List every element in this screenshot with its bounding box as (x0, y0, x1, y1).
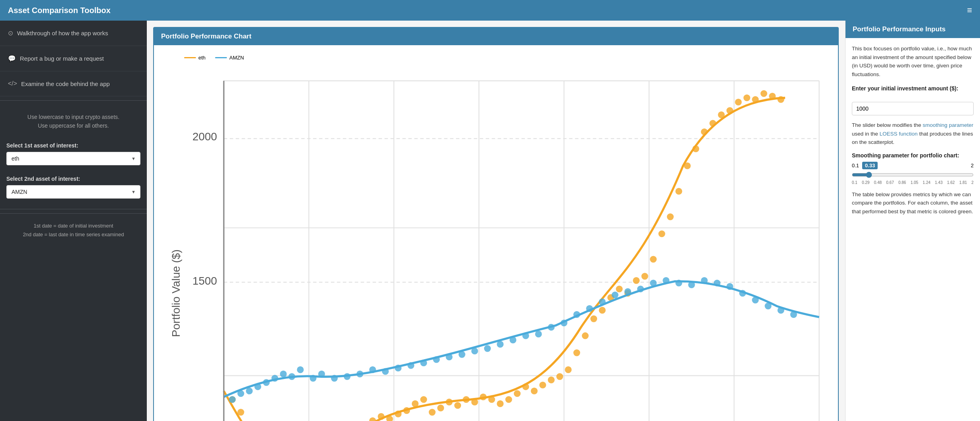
svg-text:1000: 1000 (192, 419, 217, 421)
asset2-section: Select 2nd asset of interest: AMZN AAPL … (0, 172, 147, 205)
slider-min-label: 0.1 (852, 163, 859, 168)
svg-point-107 (484, 345, 491, 352)
app-header: Asset Comparison Toolbox ≡ (0, 0, 980, 21)
svg-point-58 (565, 366, 572, 373)
svg-point-117 (612, 291, 619, 298)
sidebar-divider (0, 100, 147, 101)
legend-amzn-label: AMZN (229, 55, 244, 61)
footer-line1: 1st date = date of initial investment (8, 222, 139, 230)
table-description: The table below provides metrics by whic… (852, 190, 974, 216)
investment-input[interactable] (852, 102, 974, 115)
investment-label: Enter your initial investment amount ($)… (852, 84, 974, 93)
slider-section: Smoothing parameter for portfolio chart:… (852, 152, 974, 185)
slider-ticks: 0.10.290.480.670.861.051.241.431.621.812 (852, 180, 974, 185)
svg-point-78 (735, 99, 742, 105)
right-panel-title: Portfolio Performance Inputs (845, 21, 980, 38)
portfolio-description: This box focuses on portfolio value, i.e… (852, 44, 974, 78)
asset1-select-wrapper: eth btc AAPL GOOG (6, 152, 140, 165)
svg-point-81 (761, 90, 767, 97)
sidebar-divider-2 (0, 209, 147, 209)
hamburger-icon[interactable]: ≡ (967, 5, 972, 15)
svg-point-66 (633, 277, 640, 284)
chart-legend: eth AMZN (160, 52, 832, 64)
legend-eth-label: eth (198, 55, 206, 61)
svg-text:1500: 1500 (192, 275, 217, 287)
info-text-1: Use lowercase to input crypto assets. (8, 113, 139, 121)
code-icon: </> (8, 80, 17, 87)
svg-point-60 (582, 332, 589, 339)
chart-area: Portfolio Performance Chart eth AMZN (147, 21, 845, 421)
smoothing-label: Smoothing parameter for portfolio chart: (852, 152, 974, 159)
sidebar-item-examine-code-label: Examine the code behind the app (21, 80, 110, 87)
chart-svg-wrapper: Portfolio Value ($) (160, 64, 832, 421)
svg-point-84 (229, 396, 236, 403)
svg-point-50 (497, 400, 503, 407)
slider-current-value: 0.33 (862, 162, 878, 169)
asset2-label: Select 2nd asset of interest: (6, 176, 140, 182)
svg-point-54 (531, 388, 538, 394)
chart-body: eth AMZN Portfolio Value ($) (154, 45, 838, 421)
smoothing-slider[interactable] (852, 172, 974, 178)
footer-line2: 2nd date = last date in time series exam… (8, 230, 139, 239)
svg-point-41 (420, 396, 427, 403)
svg-point-79 (744, 94, 750, 101)
slider-values-row: 0.1 0.33 2 (852, 162, 974, 169)
chat-icon: 💬 (8, 55, 16, 62)
svg-point-42 (429, 409, 436, 415)
chart-title: Portfolio Performance Chart (154, 28, 838, 45)
smoothing-link[interactable]: smoothing parameter (923, 122, 974, 128)
app-title: Asset Comparison Toolbox (8, 6, 967, 15)
svg-text:2000: 2000 (192, 130, 217, 143)
asset1-label: Select 1st asset of interest: (6, 142, 140, 149)
svg-point-111 (535, 331, 542, 337)
info-text-2: Use uppercase for all others. (8, 121, 139, 130)
sidebar-item-report-bug[interactable]: 💬 Report a bug or make a request (0, 46, 147, 71)
legend-amzn: AMZN (215, 55, 244, 61)
svg-point-92 (297, 366, 304, 373)
svg-point-56 (548, 377, 555, 383)
slider-max-label: 2 (971, 163, 974, 168)
sidebar-item-report-bug-label: Report a bug or make a request (20, 55, 104, 62)
svg-point-52 (514, 390, 521, 397)
sidebar: ⊙ Walkthrough of how the app works 💬 Rep… (0, 21, 147, 421)
github-icon: ⊙ (8, 29, 13, 37)
svg-point-35 (369, 417, 376, 421)
slider-description: The slider below modifies the smoothing … (852, 121, 974, 147)
sidebar-item-walkthrough-label: Walkthrough of how the app works (17, 30, 108, 36)
investment-label-text: Enter your initial investment amount ($)… (852, 85, 958, 92)
svg-point-61 (590, 315, 597, 322)
right-panel-body: This box focuses on portfolio value, i.e… (845, 38, 980, 228)
svg-point-59 (573, 349, 580, 356)
svg-point-90 (280, 371, 287, 377)
legend-amzn-line (215, 57, 227, 58)
svg-point-70 (667, 213, 674, 220)
svg-point-71 (675, 188, 682, 195)
sidebar-info: Use lowercase to input crypto assets. Us… (0, 105, 147, 138)
svg-point-55 (539, 382, 546, 388)
svg-point-45 (454, 402, 461, 409)
svg-point-43 (437, 405, 444, 411)
svg-point-69 (658, 230, 665, 237)
portfolio-chart-svg: Portfolio Value ($) (164, 64, 828, 421)
sidebar-footer: 1st date = date of initial investment 2n… (0, 213, 147, 247)
asset1-section: Select 1st asset of interest: eth btc AA… (0, 138, 147, 172)
legend-eth-line (184, 57, 196, 58)
asset1-select[interactable]: eth btc AAPL GOOG (6, 152, 140, 165)
main-layout: ⊙ Walkthrough of how the app works 💬 Rep… (0, 21, 980, 421)
legend-eth: eth (184, 55, 206, 61)
asset2-select[interactable]: AMZN AAPL GOOG eth (6, 185, 140, 199)
sidebar-item-examine-code[interactable]: </> Examine the code behind the app (0, 71, 147, 96)
chart-panel: Portfolio Performance Chart eth AMZN (153, 27, 839, 421)
svg-point-62 (599, 307, 605, 314)
asset2-select-wrapper: AMZN AAPL GOOG eth (6, 185, 140, 199)
svg-point-67 (642, 273, 648, 279)
loess-link[interactable]: LOESS function (880, 131, 918, 137)
sidebar-item-walkthrough[interactable]: ⊙ Walkthrough of how the app works (0, 21, 147, 46)
svg-point-68 (650, 256, 657, 262)
right-panel: Portfolio Performance Inputs This box fo… (845, 21, 980, 421)
svg-point-51 (505, 396, 512, 403)
svg-point-64 (616, 285, 623, 292)
svg-point-57 (556, 373, 563, 380)
svg-text:Portfolio Value ($): Portfolio Value ($) (170, 249, 182, 337)
svg-point-86 (246, 388, 253, 394)
